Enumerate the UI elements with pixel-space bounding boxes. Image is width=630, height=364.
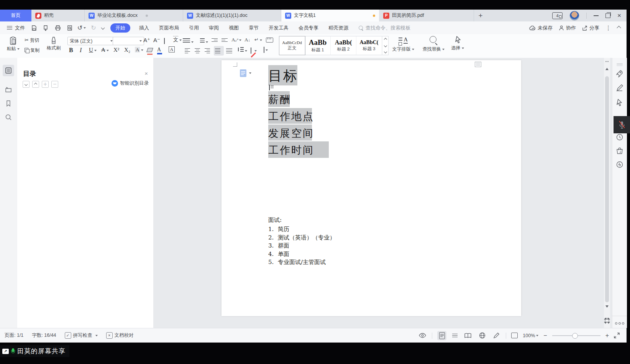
toc-collapse-all-button[interactable] — [32, 81, 39, 88]
previous-page-button[interactable] — [604, 311, 610, 318]
style-heading1[interactable]: AaBb 标题 1 — [305, 36, 331, 55]
zoom-slider-thumb[interactable] — [572, 333, 578, 339]
share-button[interactable]: 分享 — [582, 25, 599, 31]
clear-format-button[interactable] — [164, 38, 165, 44]
window-manager-button[interactable]: 4 — [552, 12, 563, 19]
italic-button[interactable]: I — [80, 47, 82, 54]
word-count[interactable]: 字数: 16/44 — [32, 332, 56, 339]
ribbon-tab-start[interactable]: 开始 — [110, 23, 130, 33]
ribbon-tab-member[interactable]: 会员专享 — [294, 25, 323, 31]
zoom-slider[interactable] — [552, 335, 600, 336]
user-avatar[interactable] — [569, 11, 579, 21]
format-painter-button[interactable]: 格式刷 — [44, 36, 63, 51]
toc-close-button[interactable]: × — [144, 70, 148, 77]
quick-tools-button[interactable] — [615, 69, 624, 78]
ribbon-tab-section[interactable]: 章节 — [244, 25, 264, 31]
undo-button[interactable]: ↺ — [78, 24, 85, 32]
new-tab-button[interactable]: + — [474, 10, 487, 21]
chapter-pane-button[interactable] — [3, 84, 14, 95]
meeting-mic-overlay[interactable] — [614, 116, 630, 133]
ribbon-tab-references[interactable]: 引用 — [184, 25, 204, 31]
styles-scroll-up[interactable] — [382, 36, 388, 43]
tab-doc-thesis[interactable]: W 毕业论文模板.docx — [85, 10, 183, 21]
tab-pdf-resume[interactable]: P 田莫的简历.pdf — [379, 10, 474, 21]
paste-options-button[interactable] — [240, 69, 251, 77]
file-menu[interactable]: 文件 — [15, 25, 25, 31]
document-page[interactable]: 目标 薪酬 工作地点 发展空间 — [221, 60, 521, 316]
timer-button[interactable] — [616, 133, 624, 141]
close-button[interactable]: × — [617, 12, 621, 19]
command-search[interactable]: 查找命令、搜索模板 — [359, 25, 410, 31]
drag-handle-icon[interactable] — [617, 62, 623, 67]
font-size-select[interactable] — [113, 37, 144, 45]
scroll-up-button[interactable] — [605, 68, 609, 70]
more-menu-button[interactable]: ⋮ — [605, 25, 611, 31]
char-shading-button[interactable]: A — [135, 47, 143, 53]
selected-heading-2[interactable]: 薪酬 — [268, 91, 290, 107]
outline-view-button[interactable] — [451, 331, 458, 340]
export-pdf-button[interactable] — [42, 24, 50, 32]
increase-indent-button[interactable] — [221, 37, 228, 43]
selected-heading-4[interactable]: 发展空间 — [268, 125, 312, 141]
tab-stops-button[interactable] — [266, 38, 273, 44]
search-pane-button[interactable] — [3, 111, 14, 123]
toc-plus-button[interactable]: + — [42, 81, 49, 88]
collapse-ribbon-button[interactable] — [617, 26, 621, 30]
ribbon-tab-insert[interactable]: 插入 — [134, 25, 154, 31]
scroll-down-button[interactable] — [605, 305, 609, 308]
minimize-button[interactable] — [594, 15, 599, 16]
style-heading2[interactable]: AaBb( 标题 2 — [331, 36, 356, 55]
subscript-button[interactable]: X₂ — [124, 47, 130, 53]
styles-scroll-down[interactable] — [382, 43, 388, 49]
style-heading3[interactable]: AaBbC( 标题 3 — [356, 36, 382, 55]
toc-expand-all-button[interactable] — [23, 81, 30, 88]
copy-button[interactable]: 复制 — [25, 47, 39, 54]
vertical-scrollbar[interactable] — [604, 58, 610, 328]
bold-button[interactable]: B — [69, 47, 73, 54]
zoom-in-button[interactable]: + — [605, 332, 609, 339]
fit-page-button[interactable] — [511, 333, 518, 338]
pointer-button[interactable] — [616, 98, 623, 107]
ribbon-tab-devtools[interactable]: 开发工具 — [264, 25, 294, 31]
char-scale-button[interactable]: A⤢ — [231, 37, 241, 43]
tab-doc-review[interactable]: W 文献综述(1)(1)(1)(1).doc — [183, 10, 281, 21]
document-canvas[interactable]: 目标 薪酬 工作地点 发展空间 — [153, 58, 604, 328]
page-view-button[interactable] — [437, 331, 446, 340]
toc-minus-button[interactable]: − — [51, 81, 58, 88]
superscript-button[interactable]: X² — [113, 47, 119, 53]
save-status[interactable]: 未保存 — [529, 25, 553, 31]
find-replace-button[interactable]: 查找替换 — [421, 36, 446, 52]
ribbon-tab-pagelayout[interactable]: 页面布局 — [154, 25, 184, 31]
tab-daoke[interactable]: 稻壳 — [31, 10, 85, 21]
pinyin-guide-button[interactable]: 文 — [173, 36, 182, 43]
align-left-button[interactable] — [185, 47, 190, 54]
paste-button[interactable]: 粘贴 — [5, 36, 21, 52]
selected-heading-3[interactable]: 工作地点 — [268, 108, 312, 124]
ink-view-button[interactable] — [492, 331, 501, 340]
spell-check-toggle[interactable]: ✓ 拼写检查 — [65, 332, 98, 339]
selected-heading-1[interactable]: 目标 — [268, 65, 297, 85]
doc-proof-button[interactable]: × 文档校对 — [106, 332, 134, 339]
daoke-shop-button[interactable] — [615, 147, 624, 155]
char-border-button[interactable]: A — [169, 47, 175, 52]
align-right-button[interactable] — [205, 47, 210, 54]
ribbon-tab-daoke-res[interactable]: 稻壳资源 — [323, 25, 353, 31]
borders-button[interactable] — [264, 47, 268, 52]
font-name-select[interactable]: 宋体 (正文) — [67, 37, 115, 45]
sidebar-more-button[interactable] — [615, 322, 624, 325]
sort-button[interactable]: A↓ — [244, 37, 250, 43]
cut-button[interactable]: ✂ 剪切 — [25, 37, 39, 44]
bookmark-pane-button[interactable] — [3, 98, 14, 109]
read-view-button[interactable] — [463, 331, 472, 340]
paragraph-shading-button[interactable] — [251, 48, 257, 53]
selected-heading-5[interactable]: 工作时间 — [268, 141, 329, 158]
scrollbar-options-icon[interactable] — [605, 61, 609, 62]
fullscreen-button[interactable] — [614, 333, 620, 338]
collaborate-button[interactable]: 协作 — [559, 25, 576, 31]
line-spacing-button[interactable] — [238, 47, 247, 53]
text-layout-button[interactable]: A 文字排版 — [392, 36, 415, 52]
customize-quickbar-button[interactable] — [101, 26, 105, 30]
print-preview-button[interactable] — [66, 24, 74, 32]
scrollbar-thumb[interactable] — [605, 76, 609, 302]
distribute-button[interactable] — [226, 47, 232, 54]
